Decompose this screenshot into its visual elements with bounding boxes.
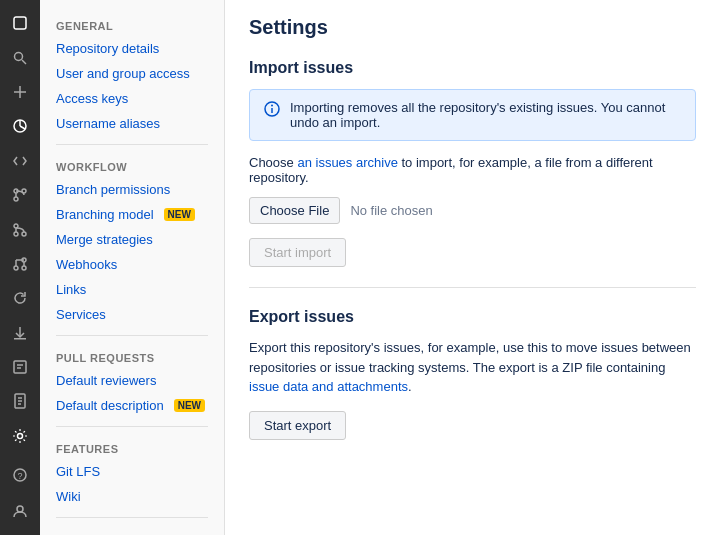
git-icon[interactable]	[4, 180, 36, 210]
features-section-title: FEATURES	[40, 435, 224, 459]
chart-icon[interactable]	[4, 111, 36, 141]
page-title: Settings	[249, 16, 696, 39]
icon-sidebar: ?	[0, 0, 40, 535]
nav-default-description[interactable]: Default description NEW	[40, 393, 224, 418]
section-divider	[249, 287, 696, 288]
avatar-icon[interactable]	[4, 495, 36, 527]
start-import-button[interactable]: Start import	[249, 238, 346, 267]
import-alert-text: Importing removes all the repository's e…	[290, 100, 681, 130]
nav-access-keys[interactable]: Access keys	[40, 86, 224, 111]
export-description: Export this repository's issues, for exa…	[249, 338, 696, 397]
issues-archive-link[interactable]: an issues archive	[297, 155, 397, 170]
import-section-title: Import issues	[249, 59, 696, 77]
svg-point-12	[22, 232, 26, 236]
nav-user-group-access[interactable]: User and group access	[40, 61, 224, 86]
pull-requests-section-title: PULL REQUESTS	[40, 344, 224, 368]
settings-icon[interactable]	[4, 421, 36, 451]
nav-webhooks[interactable]: Webhooks	[40, 252, 224, 277]
download-icon[interactable]	[4, 318, 36, 348]
svg-rect-21	[14, 361, 26, 373]
workflow-section-title: WORKFLOW	[40, 153, 224, 177]
divider-2	[56, 335, 208, 336]
svg-point-1	[15, 52, 23, 60]
svg-point-28	[18, 433, 23, 438]
svg-point-15	[22, 266, 26, 270]
nav-wiki[interactable]: Wiki	[40, 484, 224, 509]
nav-branch-permissions[interactable]: Branch permissions	[40, 177, 224, 202]
svg-point-31	[17, 506, 23, 512]
choose-file-button[interactable]: Choose File	[249, 197, 340, 224]
nav-git-lfs[interactable]: Git LFS	[40, 459, 224, 484]
import-alert: Importing removes all the repository's e…	[249, 89, 696, 141]
nav-branching-model-label: Branching model	[56, 207, 154, 222]
plus-icon[interactable]	[4, 77, 36, 107]
pr-icon[interactable]	[4, 249, 36, 279]
start-export-button[interactable]: Start export	[249, 411, 346, 440]
divider-4	[56, 517, 208, 518]
nav-sidebar: GENERAL Repository details User and grou…	[40, 0, 225, 535]
main-content: Settings Import issues Importing removes…	[225, 0, 720, 535]
search-icon[interactable]	[4, 42, 36, 72]
nav-default-reviewers[interactable]: Default reviewers	[40, 368, 224, 393]
file-name-text: No file chosen	[350, 203, 432, 218]
export-section-title: Export issues	[249, 308, 696, 326]
help-icon[interactable]: ?	[4, 459, 36, 491]
default-description-badge: NEW	[174, 399, 205, 412]
svg-text:?: ?	[17, 471, 22, 481]
refresh-icon[interactable]	[4, 283, 36, 313]
code-icon[interactable]	[4, 146, 36, 176]
branching-model-badge: NEW	[164, 208, 195, 221]
merge-icon[interactable]	[4, 214, 36, 244]
nav-repository-details[interactable]: Repository details	[40, 36, 224, 61]
docs-icon[interactable]	[4, 386, 36, 416]
alert-info-icon	[264, 101, 280, 121]
nav-services[interactable]: Services	[40, 302, 224, 327]
import-description: Choose an issues archive to import, for …	[249, 155, 696, 185]
issues-list-icon[interactable]	[4, 352, 36, 382]
general-section-title: GENERAL	[40, 12, 224, 36]
divider-3	[56, 426, 208, 427]
nav-default-description-label: Default description	[56, 398, 164, 413]
divider-1	[56, 144, 208, 145]
nav-branching-model[interactable]: Branching model NEW	[40, 202, 224, 227]
issue-data-attachments-link[interactable]: issue data and attachments	[249, 379, 408, 394]
svg-point-11	[14, 232, 18, 236]
nav-merge-strategies[interactable]: Merge strategies	[40, 227, 224, 252]
svg-point-7	[14, 197, 18, 201]
issues-section-title: ISSUES	[40, 526, 224, 535]
svg-rect-0	[14, 17, 26, 29]
svg-point-14	[14, 266, 18, 270]
nav-username-aliases[interactable]: Username aliases	[40, 111, 224, 136]
box-icon[interactable]	[4, 8, 36, 38]
svg-rect-20	[14, 338, 26, 340]
nav-links[interactable]: Links	[40, 277, 224, 302]
svg-line-2	[22, 60, 26, 64]
file-upload-row: Choose File No file chosen	[249, 197, 696, 224]
svg-point-34	[271, 105, 273, 107]
